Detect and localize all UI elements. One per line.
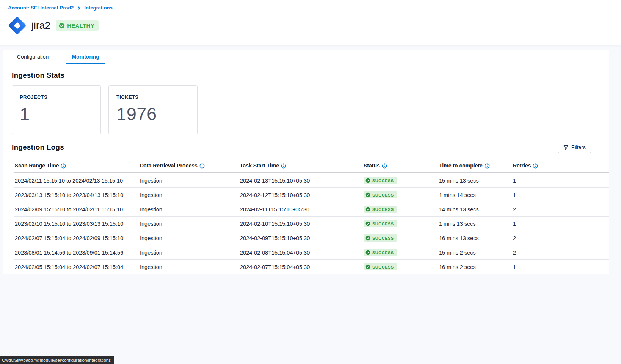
status-badge: SUCCESS (364, 220, 397, 227)
process-cell: Ingestion (139, 202, 239, 217)
scan-range-cell: 2023/08/01 15:14:56 to 2023/09/01 15:14:… (14, 245, 139, 260)
health-status-badge: HEALTHY (56, 20, 99, 31)
info-icon[interactable] (485, 163, 490, 169)
check-circle-icon (365, 192, 370, 197)
time-to-complete-cell: 15 mins 13 secs (438, 173, 512, 188)
info-icon[interactable] (281, 163, 286, 169)
process-cell: Ingestion (139, 173, 239, 188)
retries-cell: 1 (512, 173, 609, 188)
retries-cell: 2 (512, 202, 609, 217)
table-row[interactable]: 2023/08/01 15:14:56 to 2023/09/01 15:14:… (14, 245, 609, 260)
ingestion-logs-heading: Ingestion Logs (12, 143, 64, 152)
info-icon[interactable] (533, 163, 538, 169)
tickets-stat-value: 1976 (116, 103, 190, 124)
ingestion-stats-heading: Ingestion Stats (12, 71, 609, 80)
integration-title: jira2 (31, 20, 50, 31)
task-start-cell: 2024-02-11T15:15:10+05:30 (239, 202, 362, 217)
link-preview-statusbar: QwqOSllWp9ob7w/module/sei/configuration/… (0, 356, 114, 364)
page-header: Account: SEI-Internal-Prod2 Integrations (0, 0, 621, 45)
retries-cell: 2 (512, 231, 609, 245)
task-start-cell: 2024-02-07T15:15:04+05:30 (239, 260, 362, 274)
status-badge: SUCCESS (364, 234, 397, 242)
table-row[interactable]: 2024/02/09 15:15:10 to 2024/02/11 15:15:… (14, 202, 609, 217)
status-cell: SUCCESS (362, 173, 438, 188)
jira-logo-icon (7, 15, 28, 36)
table-row[interactable]: 2024/02/11 15:15:10 to 2024/02/13 15:15:… (14, 173, 609, 188)
process-cell: Ingestion (139, 231, 239, 245)
info-icon[interactable] (199, 163, 205, 169)
check-circle-icon (365, 264, 370, 269)
check-circle-icon (365, 236, 370, 241)
table-row[interactable]: 2023/03/13 15:15:10 to 2023/04/13 15:15:… (14, 188, 609, 202)
process-cell: Ingestion (139, 217, 239, 231)
tickets-stat-label: TICKETS (116, 94, 190, 100)
check-circle-icon (365, 178, 370, 183)
tab-configuration[interactable]: Configuration (14, 50, 52, 64)
chevron-right-icon (77, 6, 81, 10)
column-header-data-retrieval-process: Data Retrieval Process (139, 159, 239, 173)
time-to-complete-cell: 1 mins 14 secs (438, 188, 512, 202)
table-header-row: Scan Range Time Data Retrieval Process T… (14, 159, 609, 173)
table-row[interactable]: 2024/02/07 15:15:04 to 2024/02/09 15:15:… (14, 231, 609, 245)
check-circle-icon (365, 250, 370, 255)
status-cell: SUCCESS (362, 231, 438, 245)
time-to-complete-cell: 1 mins 13 secs (438, 217, 512, 231)
column-header-scan-range-time: Scan Range Time (14, 159, 139, 173)
scan-range-cell: 2023/02/10 15:15:10 to 2023/03/13 15:15:… (14, 217, 139, 231)
breadcrumb-account-link[interactable]: Account: SEI-Internal-Prod2 (8, 5, 74, 11)
projects-stat-label: PROJECTS (20, 94, 93, 100)
breadcrumb: Account: SEI-Internal-Prod2 Integrations (8, 5, 113, 11)
info-icon[interactable] (382, 163, 387, 169)
status-cell: SUCCESS (362, 202, 438, 217)
status-badge: SUCCESS (364, 249, 397, 256)
status-badge: SUCCESS (364, 206, 397, 213)
retries-cell: 2 (512, 245, 609, 260)
tab-bar: Configuration Monitoring (3, 50, 609, 64)
check-circle-icon (59, 23, 65, 29)
status-cell: SUCCESS (362, 188, 438, 202)
scan-range-cell: 2023/03/13 15:15:10 to 2023/04/13 15:15:… (14, 188, 139, 202)
tickets-stat-card: TICKETS 1976 (108, 85, 198, 134)
retries-cell: 1 (512, 260, 609, 274)
retries-cell: 1 (512, 217, 609, 231)
status-cell: SUCCESS (362, 245, 438, 260)
filter-funnel-icon (563, 145, 568, 150)
scan-range-cell: 2024/02/11 15:15:10 to 2024/02/13 15:15:… (14, 173, 139, 188)
task-start-cell: 2024-02-09T15:15:10+05:30 (239, 231, 362, 245)
scan-range-cell: 2024/02/09 15:15:10 to 2024/02/11 15:15:… (14, 202, 139, 217)
table-row[interactable]: 2023/02/10 15:15:10 to 2023/03/13 15:15:… (14, 217, 609, 231)
process-cell: Ingestion (139, 188, 239, 202)
check-circle-icon (365, 221, 370, 226)
table-row[interactable]: 2024/02/05 15:15:04 to 2024/02/07 15:15:… (14, 260, 609, 274)
projects-stat-card: PROJECTS 1 (12, 85, 101, 134)
time-to-complete-cell: 15 mins 2 secs (438, 245, 512, 260)
column-header-status: Status (362, 159, 438, 173)
ingestion-stats-cards: PROJECTS 1 TICKETS 1976 (12, 85, 609, 134)
time-to-complete-cell: 14 mins 13 secs (438, 202, 512, 217)
filters-button[interactable]: Filters (558, 142, 591, 153)
scan-range-cell: 2024/02/07 15:15:04 to 2024/02/09 15:15:… (14, 231, 139, 245)
status-cell: SUCCESS (362, 217, 438, 231)
time-to-complete-cell: 16 mins 13 secs (438, 231, 512, 245)
breadcrumb-integrations-link[interactable]: Integrations (84, 5, 112, 11)
column-header-task-start-time: Task Start Time (239, 159, 362, 173)
info-icon[interactable] (61, 163, 66, 169)
column-header-retries: Retries (512, 159, 609, 173)
check-circle-icon (365, 207, 370, 212)
retries-cell: 1 (512, 188, 609, 202)
time-to-complete-cell: 16 mins 2 secs (438, 260, 512, 274)
tab-monitoring[interactable]: Monitoring (66, 50, 105, 64)
filters-button-label: Filters (571, 144, 586, 150)
status-badge: SUCCESS (364, 177, 397, 184)
monitoring-panel: Configuration Monitoring Ingestion Stats… (3, 50, 609, 274)
status-badge: SUCCESS (364, 263, 397, 270)
task-start-cell: 2024-02-12T15:15:10+05:30 (239, 188, 362, 202)
process-cell: Ingestion (139, 260, 239, 274)
status-cell: SUCCESS (362, 260, 438, 274)
task-start-cell: 2024-02-08T15:15:04+05:30 (239, 245, 362, 260)
task-start-cell: 2024-02-13T15:15:10+05:30 (239, 173, 362, 188)
process-cell: Ingestion (139, 245, 239, 260)
ingestion-logs-table: Scan Range Time Data Retrieval Process T… (14, 159, 609, 274)
task-start-cell: 2024-02-10T15:15:10+05:30 (239, 217, 362, 231)
ingestion-logs-table-body: 2024/02/11 15:15:10 to 2024/02/13 15:15:… (14, 173, 609, 274)
